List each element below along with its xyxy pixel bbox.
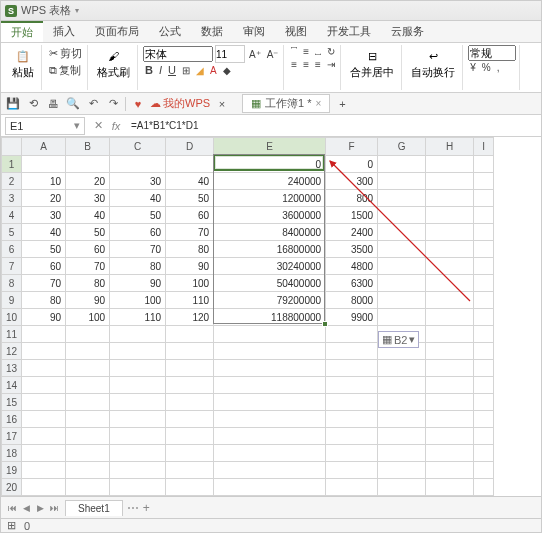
row-header-12[interactable]: 12 xyxy=(2,343,22,360)
cell-F4[interactable]: 1500 xyxy=(326,207,378,224)
cell-G10[interactable] xyxy=(378,309,426,326)
cell-I9[interactable] xyxy=(474,292,494,309)
cell-H7[interactable] xyxy=(426,258,474,275)
indent-icon[interactable]: ⇥ xyxy=(325,58,337,71)
menu-tab-7[interactable]: 开发工具 xyxy=(317,21,381,42)
cell-B17[interactable] xyxy=(66,428,110,445)
cut-button[interactable]: ✂剪切 xyxy=(47,45,84,62)
cell-D13[interactable] xyxy=(166,360,214,377)
cell-G18[interactable] xyxy=(378,445,426,462)
cell-F15[interactable] xyxy=(326,394,378,411)
menu-tab-8[interactable]: 云服务 xyxy=(381,21,434,42)
cell-I12[interactable] xyxy=(474,343,494,360)
cell-G17[interactable] xyxy=(378,428,426,445)
format-painter-button[interactable]: 🖌 格式刷 xyxy=(93,45,134,82)
cell-B14[interactable] xyxy=(66,377,110,394)
align-left-icon[interactable]: ≡ xyxy=(289,58,299,71)
align-bottom-icon[interactable]: ⎵ xyxy=(313,45,323,58)
cell-F12[interactable] xyxy=(326,343,378,360)
cell-I6[interactable] xyxy=(474,241,494,258)
cell-E14[interactable] xyxy=(214,377,326,394)
paste-button[interactable]: 📋 粘贴 xyxy=(8,45,38,82)
cell-H11[interactable] xyxy=(426,326,474,343)
cell-C6[interactable]: 70 xyxy=(110,241,166,258)
cell-F1[interactable]: 0 xyxy=(326,156,378,173)
cell-D17[interactable] xyxy=(166,428,214,445)
cell-D3[interactable]: 50 xyxy=(166,190,214,207)
cell-I18[interactable] xyxy=(474,445,494,462)
cell-C16[interactable] xyxy=(110,411,166,428)
cell-A15[interactable] xyxy=(22,394,66,411)
cell-D15[interactable] xyxy=(166,394,214,411)
row-header-13[interactable]: 13 xyxy=(2,360,22,377)
close-panel-icon[interactable]: × xyxy=(214,96,230,112)
align-top-icon[interactable]: ⎴ xyxy=(289,45,299,58)
cell-C13[interactable] xyxy=(110,360,166,377)
redo-icon[interactable]: ↷ xyxy=(105,96,121,112)
row-header-9[interactable]: 9 xyxy=(2,292,22,309)
cell-G1[interactable] xyxy=(378,156,426,173)
fill-handle[interactable] xyxy=(322,321,328,327)
cell-C8[interactable]: 90 xyxy=(110,275,166,292)
currency-icon[interactable]: ¥ xyxy=(468,61,478,74)
col-header-C[interactable]: C xyxy=(110,138,166,156)
fx-icon[interactable]: fx xyxy=(107,117,125,135)
cell-G14[interactable] xyxy=(378,377,426,394)
cell-B7[interactable]: 70 xyxy=(66,258,110,275)
fill-color-button[interactable]: ◢ xyxy=(194,64,206,77)
row-header-17[interactable]: 17 xyxy=(2,428,22,445)
cell-A4[interactable]: 30 xyxy=(22,207,66,224)
cell-E13[interactable] xyxy=(214,360,326,377)
app-menu-dropdown-icon[interactable]: ▾ xyxy=(75,6,79,15)
cell-B16[interactable] xyxy=(66,411,110,428)
cell-G19[interactable] xyxy=(378,462,426,479)
col-header-H[interactable]: H xyxy=(426,138,474,156)
cell-H13[interactable] xyxy=(426,360,474,377)
cell-G4[interactable] xyxy=(378,207,426,224)
cell-A6[interactable]: 50 xyxy=(22,241,66,258)
cell-F7[interactable]: 4800 xyxy=(326,258,378,275)
col-header-F[interactable]: F xyxy=(326,138,378,156)
cell-E9[interactable]: 79200000 xyxy=(214,292,326,309)
font-family-select[interactable] xyxy=(143,46,213,62)
cell-I1[interactable] xyxy=(474,156,494,173)
cell-H19[interactable] xyxy=(426,462,474,479)
cell-D7[interactable]: 90 xyxy=(166,258,214,275)
cell-H3[interactable] xyxy=(426,190,474,207)
cell-A1[interactable] xyxy=(22,156,66,173)
cell-I8[interactable] xyxy=(474,275,494,292)
cell-I19[interactable] xyxy=(474,462,494,479)
row-header-1[interactable]: 1 xyxy=(2,156,22,173)
cell-B4[interactable]: 40 xyxy=(66,207,110,224)
cell-E2[interactable]: 240000 xyxy=(214,173,326,190)
row-header-11[interactable]: 11 xyxy=(2,326,22,343)
underline-button[interactable]: U xyxy=(166,63,178,77)
increase-font-icon[interactable]: A⁺ xyxy=(247,48,263,61)
row-header-3[interactable]: 3 xyxy=(2,190,22,207)
cell-C10[interactable]: 110 xyxy=(110,309,166,326)
sheet-tab-sheet1[interactable]: Sheet1 xyxy=(65,500,123,516)
align-middle-icon[interactable]: ≡ xyxy=(301,45,311,58)
save-icon[interactable]: 💾 xyxy=(5,96,21,112)
cell-A7[interactable]: 60 xyxy=(22,258,66,275)
cell-H9[interactable] xyxy=(426,292,474,309)
cell-D5[interactable]: 70 xyxy=(166,224,214,241)
add-sheet-icon[interactable]: + xyxy=(143,501,150,515)
cell-A2[interactable]: 10 xyxy=(22,173,66,190)
cell-E15[interactable] xyxy=(214,394,326,411)
wrap-text-button[interactable]: ↩ 自动换行 xyxy=(407,45,459,82)
cell-D1[interactable] xyxy=(166,156,214,173)
cell-H8[interactable] xyxy=(426,275,474,292)
cell-B11[interactable] xyxy=(66,326,110,343)
first-sheet-icon[interactable]: ⏮ xyxy=(5,501,19,515)
cell-F9[interactable]: 8000 xyxy=(326,292,378,309)
cell-I7[interactable] xyxy=(474,258,494,275)
cell-G3[interactable] xyxy=(378,190,426,207)
cell-H20[interactable] xyxy=(426,479,474,496)
decrease-font-icon[interactable]: A⁻ xyxy=(265,48,281,61)
cell-H6[interactable] xyxy=(426,241,474,258)
cell-I3[interactable] xyxy=(474,190,494,207)
cell-B20[interactable] xyxy=(66,479,110,496)
cell-G9[interactable] xyxy=(378,292,426,309)
row-header-18[interactable]: 18 xyxy=(2,445,22,462)
